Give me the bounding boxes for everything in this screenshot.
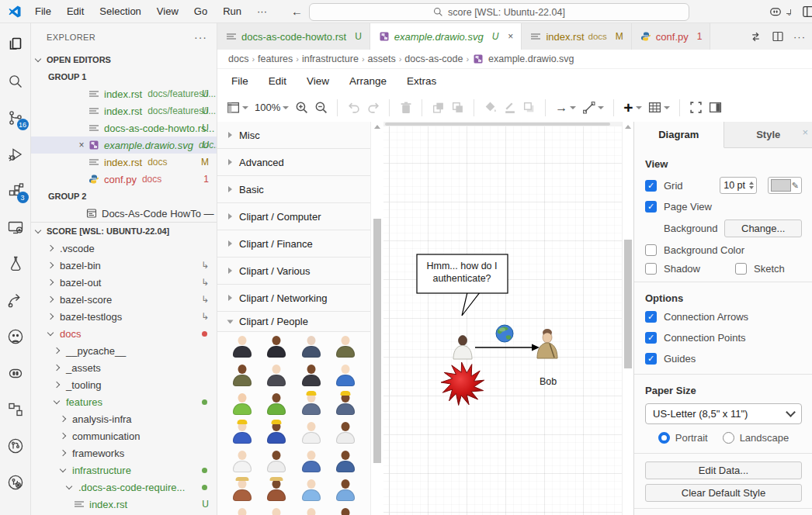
palette-section-clipart-networking[interactable]: Clipart / Networking: [217, 285, 370, 312]
drawio-menu-view[interactable]: View: [307, 75, 329, 87]
person-shape-2[interactable]: [266, 335, 286, 358]
person-shape-14[interactable]: [266, 421, 286, 444]
tree-item-indexrst[interactable]: index.rstU: [31, 496, 217, 513]
person-shape-23[interactable]: [301, 479, 321, 501]
landscape-radio[interactable]: [723, 432, 734, 444]
menu-item-selection[interactable]: Selection: [92, 3, 147, 19]
open-editors-header[interactable]: OPEN EDITORS: [31, 51, 217, 68]
person-shape-10[interactable]: [266, 392, 286, 415]
tab-confpy[interactable]: conf.py1: [632, 23, 711, 50]
person-shape-15[interactable]: [301, 421, 321, 444]
person-shape-16[interactable]: [335, 421, 356, 444]
tree-item-bazelbin[interactable]: bazel-bin↳: [31, 257, 217, 274]
tab-indexrst[interactable]: index.rstdocsM: [522, 23, 631, 50]
zoom-out-icon[interactable]: [314, 101, 328, 114]
drawio-menu-file[interactable]: File: [231, 75, 248, 87]
palette-scrollbar-thumb[interactable]: [373, 219, 381, 463]
palette-section-clipart-computer[interactable]: Clipart / Computer: [217, 203, 370, 230]
person-shape-20[interactable]: [335, 450, 356, 472]
breadcrumb-item[interactable]: docs-as-code: [404, 54, 463, 64]
grid-size-input[interactable]: 10 pt: [720, 177, 757, 194]
github-icon[interactable]: [0, 318, 31, 354]
tree-item-assets[interactable]: _assets: [31, 359, 217, 376]
fill-color-icon[interactable]: [484, 101, 497, 114]
tree-item-analysisinfra[interactable]: analysis-infra: [31, 410, 217, 427]
grid-size-stepper[interactable]: [747, 181, 756, 189]
palette-section-basic[interactable]: Basic: [217, 176, 370, 203]
person-shape-6[interactable]: [266, 364, 286, 386]
tree-item-tooling[interactable]: _tooling: [31, 376, 217, 393]
globe-icon[interactable]: [496, 325, 513, 342]
waypoint-arrow-icon[interactable]: →: [555, 101, 576, 115]
menu-item-view[interactable]: View: [150, 3, 186, 19]
person-shape-21[interactable]: [232, 479, 252, 501]
person-shape-7[interactable]: [301, 364, 321, 386]
shadow-icon[interactable]: [522, 101, 536, 114]
palette-section-clipart-various[interactable]: Clipart / Various: [217, 258, 370, 285]
guides-checkbox[interactable]: ✓: [645, 353, 657, 365]
tab-style[interactable]: Style: [724, 122, 812, 147]
open-editor-item[interactable]: index.rstdocs/features/i...U: [31, 85, 217, 102]
drawio-menu-extras[interactable]: Extras: [407, 75, 436, 87]
canvas-vscroll-thumb[interactable]: [624, 240, 632, 368]
source-control-icon[interactable]: 16: [0, 99, 31, 136]
tree-item-frameworks[interactable]: frameworks: [31, 444, 217, 461]
tab-docsascodehowtorst[interactable]: docs-as-code-howto.rstU: [217, 23, 370, 50]
menu-item-edit[interactable]: Edit: [60, 3, 91, 19]
copilot-icon[interactable]: [768, 4, 783, 19]
workspace-root-header[interactable]: SCORE [WSL: UBUNTU-22.04]: [31, 222, 217, 240]
canvas-horizontal-scrollbar[interactable]: [383, 122, 622, 126]
person-shape-28[interactable]: [335, 507, 356, 515]
person-shape-13[interactable]: [232, 421, 252, 444]
change-background-button[interactable]: Change...: [724, 219, 802, 237]
layout-icon[interactable]: [227, 101, 248, 114]
open-editor-item[interactable]: docs-as-code-howto.rs...U: [31, 119, 217, 137]
tree-item-bazelout[interactable]: bazel-out↳: [31, 274, 217, 291]
drawio-canvas[interactable]: Hmm... how do I authenticate?: [383, 122, 622, 515]
connection-points-checkbox[interactable]: ✓: [645, 332, 657, 344]
live-share-icon[interactable]: [0, 282, 31, 318]
person-shape-27[interactable]: [301, 507, 321, 515]
tree-item-communication[interactable]: communication: [31, 427, 217, 444]
person-shape-4[interactable]: [335, 335, 356, 358]
paper-size-select[interactable]: US-Letter (8,5" x 11"): [645, 403, 802, 424]
background-color-checkbox[interactable]: [645, 244, 657, 256]
breadcrumb-item[interactable]: assets: [368, 54, 396, 64]
org-chart-icon[interactable]: [0, 391, 31, 427]
open-changes-icon[interactable]: [749, 30, 762, 43]
breadcrumb-item[interactable]: features: [258, 54, 293, 64]
person-shape-12[interactable]: [335, 392, 356, 415]
tree-item-vscode[interactable]: .vscode: [31, 240, 217, 257]
person-shape-5[interactable]: [232, 364, 252, 386]
open-editor-item[interactable]: index.rstdocsM: [31, 154, 217, 171]
palette-scrollbar[interactable]: [370, 122, 383, 515]
grid-checkbox[interactable]: ✓: [645, 180, 657, 192]
insert-icon[interactable]: +: [623, 101, 641, 114]
canvas-hscroll-thumb[interactable]: [385, 123, 610, 126]
format-panel-close-icon[interactable]: ×: [802, 126, 808, 138]
command-center-search[interactable]: score [WSL: Ubuntu-22.04]: [309, 3, 689, 21]
palette-section-advanced[interactable]: Advanced: [217, 149, 370, 176]
person-shape-9[interactable]: [232, 392, 252, 415]
breadcrumb-item[interactable]: docs: [228, 54, 248, 64]
split-editor-icon[interactable]: [772, 30, 784, 43]
scroll-up-icon[interactable]: [625, 125, 631, 129]
git-graph-icon[interactable]: [0, 464, 31, 500]
remote-explorer-icon[interactable]: [0, 209, 31, 245]
clear-default-style-button[interactable]: Clear Default Style: [645, 484, 802, 502]
portrait-radio[interactable]: [658, 432, 670, 444]
palette-section-clipart-people[interactable]: Clipart / People: [217, 312, 370, 332]
redo-icon[interactable]: [366, 101, 380, 114]
edit-data-button[interactable]: Edit Data...: [645, 461, 802, 479]
table-icon[interactable]: [648, 101, 670, 114]
menu-item-go[interactable]: Go: [187, 3, 214, 19]
tree-item-docsascoderequire[interactable]: .docs-as-code-require...: [31, 479, 217, 496]
person-shape-19[interactable]: [301, 450, 321, 472]
person-shape-1[interactable]: [232, 335, 252, 358]
scroll-up-icon[interactable]: [374, 125, 380, 129]
sketch-checkbox[interactable]: [735, 263, 747, 275]
person-alice-shape[interactable]: [453, 336, 472, 360]
menu-item-file[interactable]: File: [28, 3, 58, 19]
open-editor-item[interactable]: Docs-As-Code HowTo — Sc...: [31, 205, 217, 222]
person-shape-25[interactable]: [232, 507, 252, 515]
